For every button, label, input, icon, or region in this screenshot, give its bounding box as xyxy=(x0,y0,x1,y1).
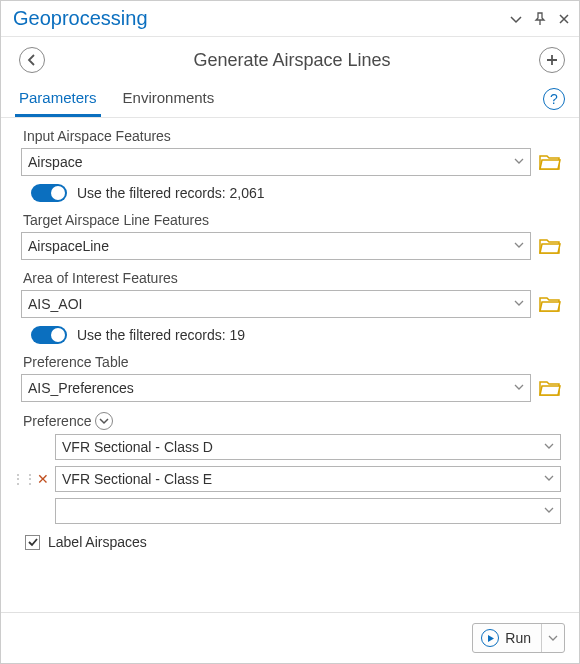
preference-row-0-value: VFR Sectional - Class D xyxy=(62,439,213,455)
browse-folder-icon[interactable] xyxy=(539,153,561,171)
preference-label-text: Preference xyxy=(23,413,91,429)
titlebar: Geoprocessing xyxy=(1,1,579,37)
run-dropdown-icon[interactable] xyxy=(541,624,564,652)
preference-row-1-value: VFR Sectional - Class E xyxy=(62,471,212,487)
menu-icon[interactable] xyxy=(509,12,523,26)
chevron-down-icon xyxy=(514,156,524,168)
run-button[interactable]: Run xyxy=(472,623,565,653)
aoi-dropdown[interactable]: AIS_AOI xyxy=(21,290,531,318)
label-airspaces-label: Label Airspaces xyxy=(48,534,147,550)
aoi-label: Area of Interest Features xyxy=(21,270,561,286)
chevron-down-icon xyxy=(514,298,524,310)
input-airspace-filter-text: Use the filtered records: 2,061 xyxy=(77,185,265,201)
pin-icon[interactable] xyxy=(533,12,547,26)
input-airspace-filter-toggle[interactable] xyxy=(31,184,67,202)
aoi-filter-toggle[interactable] xyxy=(31,326,67,344)
target-line-label: Target Airspace Line Features xyxy=(21,212,561,228)
aoi-filter-text: Use the filtered records: 19 xyxy=(77,327,245,343)
input-airspace-value: Airspace xyxy=(28,154,82,170)
chevron-down-icon xyxy=(544,505,554,517)
preference-row-2[interactable] xyxy=(55,498,561,524)
tool-title: Generate Airspace Lines xyxy=(45,50,539,71)
tab-row: Parameters Environments ? xyxy=(1,81,579,118)
play-icon xyxy=(481,629,499,647)
remove-row-icon[interactable]: ✕ xyxy=(35,471,51,487)
preference-row-1[interactable]: VFR Sectional - Class E xyxy=(55,466,561,492)
help-button[interactable]: ? xyxy=(543,88,565,110)
pane-title: Geoprocessing xyxy=(13,7,509,30)
pref-table-label: Preference Table xyxy=(21,354,561,370)
run-label: Run xyxy=(505,630,535,646)
chevron-down-icon xyxy=(544,441,554,453)
input-airspace-label: Input Airspace Features xyxy=(21,128,561,144)
parameters-body: Input Airspace Features Airspace Use the… xyxy=(1,118,579,612)
tool-header: Generate Airspace Lines xyxy=(1,37,579,81)
tab-parameters[interactable]: Parameters xyxy=(15,81,101,117)
preference-label: Preference xyxy=(21,412,561,430)
aoi-value: AIS_AOI xyxy=(28,296,82,312)
chevron-down-icon xyxy=(544,473,554,485)
drag-handle-icon[interactable]: ⋮⋮ xyxy=(11,471,35,487)
target-line-dropdown[interactable]: AirspaceLine xyxy=(21,232,531,260)
chevron-down-icon xyxy=(514,240,524,252)
back-button[interactable] xyxy=(19,47,45,73)
expand-preference-icon[interactable] xyxy=(95,412,113,430)
pref-table-value: AIS_Preferences xyxy=(28,380,134,396)
target-line-value: AirspaceLine xyxy=(28,238,109,254)
preference-row-0[interactable]: VFR Sectional - Class D xyxy=(55,434,561,460)
browse-folder-icon[interactable] xyxy=(539,237,561,255)
chevron-down-icon xyxy=(514,382,524,394)
close-icon[interactable] xyxy=(557,12,571,26)
tab-environments[interactable]: Environments xyxy=(119,81,219,117)
input-airspace-dropdown[interactable]: Airspace xyxy=(21,148,531,176)
browse-folder-icon[interactable] xyxy=(539,379,561,397)
browse-folder-icon[interactable] xyxy=(539,295,561,313)
label-airspaces-checkbox[interactable] xyxy=(25,535,40,550)
pref-table-dropdown[interactable]: AIS_Preferences xyxy=(21,374,531,402)
add-button[interactable] xyxy=(539,47,565,73)
footer: Run xyxy=(1,612,579,663)
